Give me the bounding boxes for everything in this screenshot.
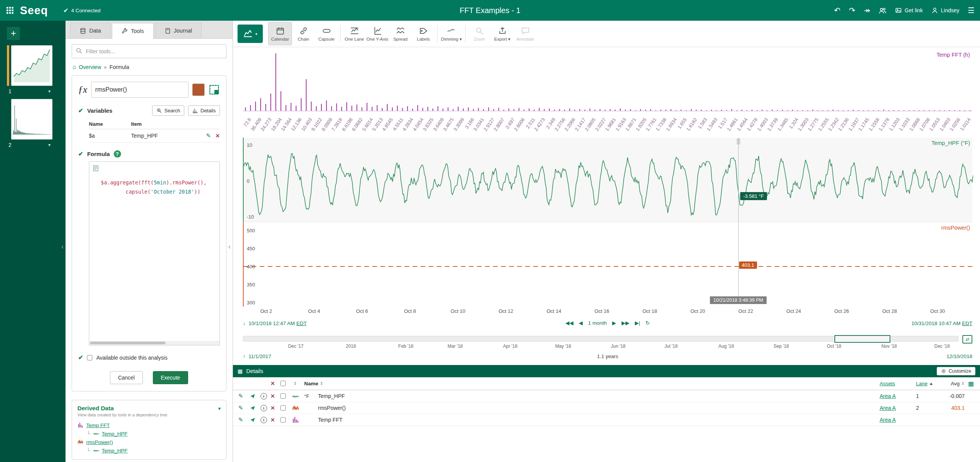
- display-pane-icon[interactable]: [208, 84, 220, 95]
- forward-all-icon[interactable]: ↠: [864, 7, 870, 14]
- tree-child-item[interactable]: └Temp_HPF: [77, 446, 221, 455]
- worksheet-thumb-2[interactable]: [7, 99, 66, 140]
- send-icon[interactable]: [250, 405, 256, 411]
- help-icon[interactable]: ?: [114, 150, 121, 158]
- series-name[interactable]: rmsPower(): [318, 405, 880, 411]
- formula-editor[interactable]: $a.aggregate(fft(5min).rmsPower(), capsu…: [89, 161, 220, 345]
- timebar-expand-icon[interactable]: ⇄: [962, 335, 972, 344]
- fft-lane[interactable]: Temp FFT (h): [243, 49, 972, 115]
- connected-status[interactable]: ✔ 4 Connected: [63, 7, 100, 14]
- row-checkbox[interactable]: [280, 417, 286, 423]
- temp-series-label[interactable]: Temp_HPF (°F): [931, 140, 970, 146]
- tab-data[interactable]: Data: [70, 23, 111, 38]
- get-link-button[interactable]: Get link: [895, 7, 923, 14]
- series-name[interactable]: Temp FFT: [318, 417, 880, 423]
- filter-tools-input[interactable]: [72, 44, 226, 58]
- tab-tools[interactable]: Tools: [112, 23, 154, 39]
- editor-scrollbar[interactable]: [89, 341, 220, 345]
- sort-icon[interactable]: ⇕: [320, 381, 323, 386]
- series-name[interactable]: Temp_HPF: [318, 393, 880, 399]
- info-icon[interactable]: i: [261, 393, 267, 400]
- toolbar-export-button[interactable]: Export ▾: [491, 22, 514, 45]
- cancel-button[interactable]: Cancel: [110, 371, 143, 384]
- chevron-down-icon[interactable]: ▾: [218, 406, 221, 411]
- select-all-checkbox[interactable]: [280, 381, 286, 386]
- app-launcher-icon[interactable]: [5, 6, 15, 15]
- available-outside-checkbox[interactable]: [87, 355, 92, 360]
- display-range-start[interactable]: 10/1/2018 12:47 AM EDT: [249, 321, 307, 326]
- toolbar-dimming-button[interactable]: Dimming ▾: [440, 22, 463, 45]
- asset-link[interactable]: Area A: [880, 405, 896, 411]
- temp-hpf-lane[interactable]: Temp_HPF (°F) 10 0 -10: [243, 138, 972, 222]
- breadcrumb-overview[interactable]: Overview: [79, 64, 101, 70]
- col-avg[interactable]: Avg: [951, 381, 960, 386]
- edit-icon[interactable]: ✎: [238, 393, 243, 400]
- rms-power-lane[interactable]: rmsPower() 500450400350300: [243, 222, 972, 307]
- investigate-end[interactable]: 12/10/2018: [946, 353, 972, 359]
- info-icon[interactable]: i: [261, 417, 267, 423]
- hamburger-icon[interactable]: ☰: [968, 7, 975, 14]
- fft-series-label[interactable]: Temp FFT (h): [936, 52, 970, 58]
- table-row[interactable]: ✎i✕Temp FFTArea A: [233, 414, 980, 426]
- toolbar-capsule-button[interactable]: Capsule: [315, 22, 338, 45]
- toolbar-one-y-axis-button[interactable]: One Y-Axis: [366, 22, 389, 45]
- worksheet-thumb-1[interactable]: [7, 45, 66, 86]
- investigate-timebar[interactable]: Dec '172018Feb '18Mar '18Apr '18May '18J…: [243, 334, 972, 352]
- rms-series-label[interactable]: rmsPower(): [941, 225, 970, 231]
- sort-icon[interactable]: ⇕: [961, 381, 965, 386]
- cursor-marker[interactable]: [737, 138, 740, 145]
- redo-icon[interactable]: ↷: [849, 7, 855, 14]
- investigate-duration[interactable]: 1.1 years: [597, 353, 618, 359]
- remove-icon[interactable]: ✕: [270, 405, 275, 411]
- timebar-selection[interactable]: [834, 335, 890, 343]
- step-forward-icon[interactable]: ▶: [612, 320, 616, 326]
- remove-icon[interactable]: ✕: [270, 393, 275, 399]
- refresh-icon[interactable]: ↻: [646, 320, 650, 326]
- variable-search-button[interactable]: Search: [152, 105, 184, 116]
- range-start-icon[interactable]: ↓: [243, 321, 246, 326]
- send-icon[interactable]: [250, 393, 256, 399]
- color-swatch-button[interactable]: [192, 84, 205, 96]
- formula-code[interactable]: $a.aggregate(fft(5min).rmsPower(), capsu…: [101, 178, 206, 196]
- timebar-track[interactable]: [243, 336, 959, 342]
- variable-details-button[interactable]: Details: [188, 105, 220, 116]
- add-worksheet-button[interactable]: +: [7, 27, 20, 40]
- step-back-fast-icon[interactable]: ◀◀: [565, 320, 574, 326]
- trend-charts[interactable]: Temp FFT (h) 72.836.40924.27318.20414.56…: [243, 49, 972, 317]
- customize-button[interactable]: Customize: [937, 367, 975, 375]
- table-row[interactable]: ✎i✕°FTemp_HPFArea A1-0.007: [233, 390, 980, 402]
- asset-link[interactable]: Area A: [880, 417, 896, 423]
- tree-child-item[interactable]: └Temp_HPF: [77, 429, 221, 438]
- asset-link[interactable]: Area A: [880, 393, 896, 399]
- edit-icon[interactable]: ✎: [206, 132, 211, 139]
- undo-icon[interactable]: ↶: [834, 7, 841, 14]
- tab-journal[interactable]: Journal: [155, 23, 202, 38]
- sort-icon[interactable]: ⇕: [293, 381, 297, 386]
- step-back-icon[interactable]: ◀: [579, 320, 583, 326]
- collapse-panel-handle[interactable]: ‹: [228, 242, 231, 251]
- row-checkbox[interactable]: [280, 393, 286, 399]
- col-lane[interactable]: Lane: [916, 381, 928, 386]
- info-icon[interactable]: i: [261, 405, 267, 411]
- toolbar-one-lane-button[interactable]: One Lane: [343, 22, 366, 45]
- user-menu[interactable]: Lindsey: [931, 7, 959, 14]
- step-forward-fast-icon[interactable]: ▶▶: [621, 320, 629, 326]
- col-assets[interactable]: Assets: [880, 381, 895, 386]
- display-range-end[interactable]: 10/31/2018 10:47 AM EDT: [911, 321, 972, 326]
- investigate-start-icon[interactable]: ↑: [243, 353, 246, 359]
- remove-all-icon[interactable]: ✕: [270, 380, 275, 386]
- table-view-icon[interactable]: ▦: [968, 380, 974, 387]
- worksheet-1-row[interactable]: 1 ▾: [8, 88, 51, 94]
- row-checkbox[interactable]: [280, 405, 286, 411]
- remove-icon[interactable]: ✕: [215, 133, 220, 139]
- collaborators-icon[interactable]: [878, 7, 887, 15]
- tree-item[interactable]: Temp FFT: [77, 421, 221, 429]
- table-row[interactable]: ✎i✕rmsPower()Area A2403.1: [233, 402, 980, 414]
- step-to-end-icon[interactable]: ▶|: [635, 320, 640, 326]
- formula-name-input[interactable]: [91, 82, 188, 98]
- toolbar-calendar-button[interactable]: Calendar: [268, 22, 292, 45]
- chevron-down-icon[interactable]: ▾: [48, 142, 51, 148]
- chevron-down-icon[interactable]: ▾: [48, 89, 51, 94]
- remove-icon[interactable]: ✕: [270, 417, 275, 423]
- tree-item[interactable]: rmsPower(): [77, 438, 221, 446]
